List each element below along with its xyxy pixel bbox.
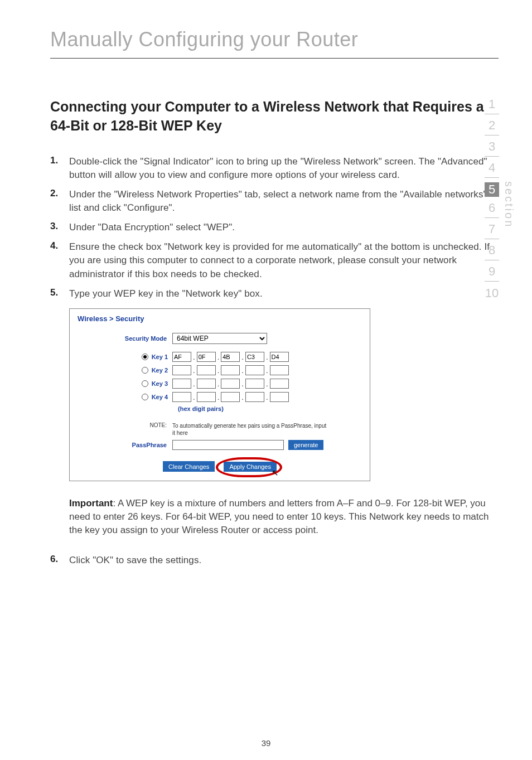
wep-key-row: Key 1 . . . . [78,352,362,362]
separator-dot: . [265,380,270,388]
separator-dot: . [265,393,270,401]
key2-hex-2[interactable] [197,365,216,375]
step-item: 1. Double-click the "Signal Indicator" i… [50,155,499,182]
key1-hex-5[interactable] [270,352,289,362]
wep-key-rows: Key 1 . . . . Key 2 . . . . [78,352,362,402]
separator-dot: . [217,380,221,388]
important-note: Important: A WEP key is a mixture of num… [69,497,499,536]
key-label: Key 2 [152,367,168,374]
key3-hex-5[interactable] [270,379,289,389]
key1-hex-2[interactable] [197,352,216,362]
key3-hex-3[interactable] [221,379,240,389]
key2-radio[interactable] [142,367,148,374]
section-nav-item-7[interactable]: 7 [485,222,499,239]
key4-radio[interactable] [142,394,148,400]
section-label: section [502,181,515,228]
separator-dot: . [265,353,270,361]
security-mode-select[interactable]: 64bit WEP [172,333,267,344]
passphrase-input[interactable] [172,440,284,450]
hex-caption: (hex digit pairs) [178,405,362,412]
separator-dot: . [241,380,245,388]
step-item: 3. Under "Data Encryption" select "WEP". [50,221,499,235]
separator-dot: . [265,366,270,375]
separator-dot: . [192,380,197,388]
section-nav-item-3[interactable]: 3 [485,140,499,157]
step-text: Ensure the check box "Network key is pro… [69,240,499,282]
step-text: Under the "Wireless Network Properties" … [69,188,499,215]
section-nav-item-5[interactable]: 5 [485,182,499,197]
important-text: : A WEP key is a mixture of numbers and … [69,498,489,535]
step-item: 2. Under the "Wireless Network Propertie… [50,188,499,215]
generate-button[interactable]: generate [288,440,323,450]
key2-hex-5[interactable] [270,365,289,375]
wep-key-row: Key 4 . . . . [78,392,362,402]
key1-hex-1[interactable] [172,352,191,362]
section-nav-item-1[interactable]: 1 [485,98,499,114]
clear-changes-button[interactable]: Clear Changes [163,461,215,472]
key2-hex-1[interactable] [172,365,191,375]
separator-dot: . [241,353,245,361]
key3-hex-4[interactable] [245,379,264,389]
separator-dot: . [192,393,197,401]
section-nav-item-8[interactable]: 8 [485,244,499,260]
key4-hex-1[interactable] [172,392,191,402]
step-item: 5. Type your WEP key in the "Network key… [50,287,499,301]
separator-dot: . [241,393,245,401]
key3-radio[interactable] [142,380,148,387]
step-text: Double-click the "Signal Indicator" icon… [69,155,499,182]
key-label: Key 3 [152,380,168,387]
key4-hex-4[interactable] [245,392,264,402]
step-number: 2. [50,188,69,199]
step-item: 6. Click "OK" to save the settings. [50,554,499,568]
separator-dot: . [217,393,221,401]
wireless-security-panel: Wireless > Security Security Mode 64bit … [69,308,370,481]
key-label: Key 4 [152,394,168,400]
section-heading: Connecting your Computer to a Wireless N… [50,98,499,135]
step-number: 1. [50,155,69,166]
step-number: 3. [50,221,69,232]
separator-dot: . [241,366,245,375]
step-text: Under "Data Encryption" select "WEP". [69,221,499,235]
note-label: NOTE: [78,422,172,437]
note-text: To automatically generate hex pairs usin… [172,422,328,437]
step-number: 6. [50,554,69,565]
key3-hex-1[interactable] [172,379,191,389]
chapter-title: Manually Configuring your Router [50,28,499,59]
separator-dot: . [192,353,197,361]
apply-changes-button[interactable]: Apply Changes [224,462,277,472]
passphrase-note: NOTE: To automatically generate hex pair… [78,422,362,437]
passphrase-label: PassPhrase [78,442,172,448]
wep-key-row: Key 2 . . . . [78,365,362,375]
step-number: 4. [50,240,69,251]
key4-hex-2[interactable] [197,392,216,402]
key4-hex-3[interactable] [221,392,240,402]
section-nav-item-10[interactable]: 10 [485,286,499,303]
section-nav-item-4[interactable]: 4 [485,161,499,178]
key1-radio[interactable] [142,354,148,360]
separator-dot: . [217,353,221,361]
separator-dot: . [192,366,197,375]
step-item: 4. Ensure the check box "Network key is … [50,240,499,282]
step-text: Type your WEP key in the "Network key" b… [69,287,499,301]
step-text: Click "OK" to save the settings. [69,554,499,568]
separator-dot: . [217,366,221,375]
security-mode-label: Security Mode [78,335,172,342]
step-number: 5. [50,287,69,298]
wep-key-row: Key 3 . . . . [78,379,362,389]
key-label: Key 1 [152,354,168,360]
key1-hex-3[interactable] [221,352,240,362]
section-nav-item-6[interactable]: 6 [485,201,499,218]
ordered-steps: 1. Double-click the "Signal Indicator" i… [50,155,499,301]
section-nav-item-2[interactable]: 2 [485,119,499,135]
key3-hex-2[interactable] [197,379,216,389]
page-number: 39 [0,738,532,748]
key2-hex-4[interactable] [245,365,264,375]
section-nav: 12345678910 section [485,98,515,303]
key1-hex-4[interactable] [245,352,264,362]
key2-hex-3[interactable] [221,365,240,375]
key4-hex-5[interactable] [270,392,289,402]
panel-breadcrumb: Wireless > Security [78,314,362,323]
important-label: Important [69,498,113,509]
section-nav-item-9[interactable]: 9 [485,265,499,282]
